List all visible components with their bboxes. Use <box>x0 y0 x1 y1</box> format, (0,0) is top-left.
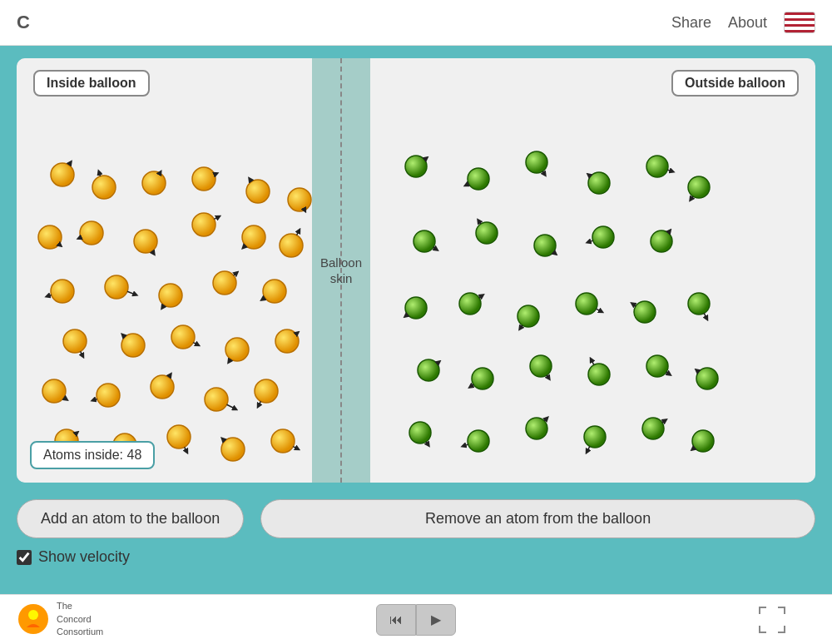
rewind-button[interactable]: ⏮ <box>376 604 416 636</box>
svg-line-77 <box>691 196 693 201</box>
svg-line-71 <box>542 171 545 176</box>
svg-line-18 <box>152 251 154 255</box>
concord-logo-icon <box>17 602 50 636</box>
inside-balloon-label: Inside balloon <box>33 70 150 97</box>
svg-line-123 <box>692 448 695 449</box>
svg-line-44 <box>296 333 298 334</box>
svg-point-37 <box>121 334 145 357</box>
share-link[interactable]: Share <box>671 14 711 32</box>
svg-line-115 <box>463 444 468 446</box>
svg-point-27 <box>105 275 128 299</box>
svg-point-25 <box>51 280 74 303</box>
svg-line-46 <box>64 398 67 399</box>
svg-point-112 <box>409 422 431 443</box>
svg-point-74 <box>646 156 668 177</box>
svg-line-2 <box>69 162 71 166</box>
svg-point-108 <box>646 355 668 377</box>
outside-atoms-svg <box>370 58 815 483</box>
header: C Share About <box>0 0 832 46</box>
svg-line-52 <box>227 404 236 409</box>
svg-line-60 <box>185 447 187 452</box>
svg-line-107 <box>591 359 594 364</box>
svg-line-24 <box>297 230 300 235</box>
svg-line-69 <box>465 184 468 186</box>
svg-point-98 <box>688 293 710 315</box>
svg-point-21 <box>242 225 265 249</box>
svg-line-103 <box>470 384 474 387</box>
svg-point-5 <box>142 171 166 195</box>
svg-point-82 <box>534 235 556 256</box>
svg-line-93 <box>520 325 522 329</box>
svg-line-48 <box>92 399 97 400</box>
svg-point-15 <box>80 221 103 245</box>
svg-line-73 <box>588 175 591 176</box>
player-controls: ⏮ ▶ <box>376 604 456 636</box>
svg-line-97 <box>632 304 636 306</box>
svg-point-66 <box>405 156 427 177</box>
show-velocity-label: Show velocity <box>38 548 130 566</box>
show-velocity-checkbox[interactable] <box>17 550 32 565</box>
svg-point-116 <box>526 418 547 439</box>
svg-point-68 <box>468 168 489 190</box>
button-row: Add an atom to the balloon Remove an ato… <box>17 499 815 538</box>
balloon-skin: Balloonskin <box>312 58 370 483</box>
svg-point-70 <box>526 151 547 173</box>
svg-point-104 <box>530 355 552 377</box>
svg-line-16 <box>78 237 81 238</box>
reload-button[interactable]: C <box>17 12 30 33</box>
svg-line-56 <box>76 433 77 434</box>
svg-point-118 <box>584 426 606 448</box>
remove-atom-button[interactable]: Remove an atom from the balloon <box>260 499 815 538</box>
svg-point-47 <box>97 384 120 407</box>
svg-point-7 <box>192 167 215 191</box>
fullscreen-button[interactable] <box>758 606 820 634</box>
svg-line-87 <box>668 230 670 233</box>
svg-point-61 <box>221 438 245 461</box>
svg-point-59 <box>167 425 191 448</box>
inside-balloon-panel: Inside balloon Atoms inside: 48 <box>17 58 312 483</box>
svg-point-31 <box>213 271 236 295</box>
svg-point-11 <box>288 188 311 211</box>
svg-point-96 <box>634 301 656 323</box>
inside-atoms-svg <box>17 58 312 483</box>
svg-point-120 <box>642 418 664 439</box>
svg-point-33 <box>263 280 286 303</box>
svg-point-122 <box>692 430 714 452</box>
svg-line-83 <box>553 252 556 254</box>
svg-line-81 <box>478 220 481 225</box>
svg-point-72 <box>588 172 610 194</box>
svg-point-80 <box>476 222 498 244</box>
fullscreen-icon <box>758 606 786 634</box>
svg-line-67 <box>424 158 427 160</box>
about-link[interactable]: About <box>728 14 767 32</box>
simulation-area: Inside balloon Atoms inside: 48 Balloons… <box>17 58 815 483</box>
add-atom-button[interactable]: Add an atom to the balloon <box>17 499 244 538</box>
svg-point-86 <box>651 230 672 252</box>
svg-line-109 <box>666 372 671 374</box>
svg-point-110 <box>696 368 718 389</box>
svg-line-117 <box>544 418 547 421</box>
svg-point-53 <box>255 379 278 403</box>
svg-line-91 <box>479 295 483 298</box>
svg-point-39 <box>171 325 195 349</box>
rewind-icon: ⏮ <box>389 612 403 627</box>
svg-line-4 <box>99 171 101 176</box>
svg-point-51 <box>205 388 228 411</box>
svg-line-8 <box>215 173 217 174</box>
svg-line-40 <box>193 343 198 345</box>
show-velocity-row: Show velocity <box>17 548 815 566</box>
svg-line-34 <box>262 298 265 300</box>
language-flag[interactable] <box>784 12 815 33</box>
svg-point-88 <box>405 297 427 319</box>
svg-point-41 <box>225 338 249 361</box>
svg-line-32 <box>234 272 237 275</box>
svg-point-45 <box>42 379 66 403</box>
svg-point-1 <box>51 163 74 186</box>
play-button[interactable]: ▶ <box>416 604 456 636</box>
svg-point-9 <box>246 180 270 203</box>
footer-logo-text: The Concord Consortium <box>57 600 103 638</box>
svg-point-90 <box>459 293 481 315</box>
svg-line-54 <box>258 401 260 406</box>
svg-point-63 <box>271 429 295 453</box>
svg-point-78 <box>414 230 435 252</box>
